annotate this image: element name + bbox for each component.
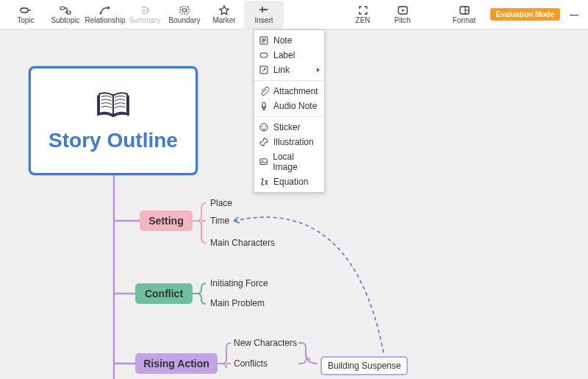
dropdown-separator bbox=[254, 116, 324, 117]
node-setting[interactable]: Setting bbox=[140, 210, 193, 231]
subnode-main-problem[interactable]: Main Problem bbox=[210, 298, 265, 308]
pitch-label: Pitch bbox=[394, 17, 410, 24]
marker-label: Marker bbox=[212, 17, 235, 24]
node-conflict[interactable]: Conflict bbox=[135, 283, 193, 304]
node-building-suspense[interactable]: Building Suspense bbox=[320, 356, 408, 375]
insert-illustration[interactable]: Illustration bbox=[254, 135, 324, 149]
insert-local-image[interactable]: Local Image bbox=[254, 149, 324, 174]
insert-link[interactable]: Link bbox=[254, 63, 324, 77]
chevron-right-icon bbox=[317, 68, 320, 72]
subnode-time[interactable]: Time bbox=[210, 216, 229, 226]
link-icon bbox=[259, 65, 269, 75]
insert-label[interactable]: Label bbox=[254, 48, 324, 63]
collapse-button[interactable]: — bbox=[566, 10, 582, 20]
relationship-label: Relationship bbox=[85, 17, 125, 24]
insert-sticker-label: Sticker bbox=[273, 122, 301, 132]
equation-icon bbox=[259, 177, 269, 187]
toolbar-group-view: ZEN Pitch bbox=[343, 1, 423, 29]
relationship-icon bbox=[99, 4, 111, 16]
svg-rect-9 bbox=[260, 53, 268, 57]
svg-rect-11 bbox=[262, 102, 265, 107]
insert-illustration-label: Illustration bbox=[273, 137, 314, 147]
insert-dropdown: Note Label Link Attachment Audio Note St… bbox=[254, 29, 325, 193]
image-icon bbox=[259, 157, 268, 167]
toolbar-group-left: Topic Subtopic Relationship Summary Boun… bbox=[6, 1, 284, 29]
node-setting-label: Setting bbox=[148, 215, 183, 227]
svg-rect-2 bbox=[67, 11, 71, 14]
format-button[interactable]: Format bbox=[445, 1, 484, 29]
book-icon bbox=[96, 90, 130, 120]
subnode-new-characters[interactable]: New Characters bbox=[234, 338, 297, 348]
evaluation-mode-badge[interactable]: Evaluation Mode bbox=[490, 8, 560, 21]
subnode-conflicts[interactable]: Conflicts bbox=[234, 358, 268, 369]
insert-attachment[interactable]: Attachment bbox=[254, 84, 324, 99]
topic-button[interactable]: Topic bbox=[6, 1, 46, 29]
summary-button[interactable]: Summary bbox=[125, 1, 165, 29]
subtopic-button[interactable]: Subtopic bbox=[46, 1, 85, 29]
svg-rect-4 bbox=[180, 7, 189, 14]
boundary-icon bbox=[179, 4, 190, 16]
zen-icon bbox=[357, 4, 369, 16]
insert-equation-label: Equation bbox=[273, 177, 308, 187]
svg-point-13 bbox=[262, 126, 262, 127]
insert-localimage-label: Local Image bbox=[273, 152, 318, 172]
insert-label: Insert bbox=[254, 17, 273, 24]
insert-link-label: Link bbox=[273, 65, 290, 75]
svg-rect-5 bbox=[182, 9, 187, 12]
relationship-button[interactable]: Relationship bbox=[85, 1, 125, 29]
label-icon bbox=[259, 50, 269, 60]
sticker-icon bbox=[259, 122, 269, 132]
summary-label: Summary bbox=[129, 17, 161, 24]
building-suspense-label: Building Suspense bbox=[328, 361, 401, 371]
insert-button[interactable]: Insert bbox=[244, 1, 284, 29]
pitch-icon bbox=[397, 4, 409, 16]
node-conflict-label: Conflict bbox=[145, 288, 183, 300]
insert-icon bbox=[258, 4, 270, 16]
svg-point-3 bbox=[100, 13, 102, 15]
insert-label-label: Label bbox=[273, 50, 295, 60]
subnode-initiating-force[interactable]: Initiating Force bbox=[210, 278, 268, 288]
marker-button[interactable]: Marker bbox=[204, 1, 244, 29]
summary-icon bbox=[139, 4, 151, 16]
root-topic[interactable]: Story Outline bbox=[29, 66, 198, 175]
node-rising-label: Rising Action bbox=[143, 358, 209, 369]
attachment-icon bbox=[259, 86, 269, 96]
svg-rect-1 bbox=[60, 7, 65, 10]
insert-note-label: Note bbox=[273, 35, 292, 46]
zen-label: ZEN bbox=[356, 17, 370, 24]
audio-icon bbox=[259, 101, 269, 111]
topic-label: Topic bbox=[17, 17, 34, 24]
zen-button[interactable]: ZEN bbox=[343, 1, 383, 29]
boundary-label: Boundary bbox=[169, 17, 201, 24]
toolbar: Topic Subtopic Relationship Summary Boun… bbox=[0, 0, 588, 29]
pitch-button[interactable]: Pitch bbox=[383, 1, 423, 29]
insert-equation[interactable]: Equation bbox=[254, 174, 324, 189]
svg-rect-0 bbox=[21, 8, 28, 13]
topic-icon bbox=[20, 4, 32, 16]
subtopic-label: Subtopic bbox=[51, 17, 80, 24]
subnode-main-characters[interactable]: Main Characters bbox=[210, 238, 275, 248]
boundary-button[interactable]: Boundary bbox=[165, 1, 204, 29]
dropdown-separator bbox=[254, 80, 324, 81]
node-rising-action[interactable]: Rising Action bbox=[135, 353, 218, 374]
subtopic-icon bbox=[60, 4, 71, 16]
format-label: Format bbox=[453, 17, 476, 24]
subnode-place[interactable]: Place bbox=[210, 198, 232, 208]
format-icon bbox=[459, 4, 470, 16]
marker-icon bbox=[218, 4, 230, 16]
insert-note[interactable]: Note bbox=[254, 33, 324, 48]
insert-audio-note[interactable]: Audio Note bbox=[254, 99, 324, 113]
illustration-icon bbox=[259, 137, 269, 147]
insert-attachment-label: Attachment bbox=[273, 86, 318, 96]
insert-sticker[interactable]: Sticker bbox=[254, 120, 324, 135]
root-title: Story Outline bbox=[49, 129, 178, 152]
insert-audio-label: Audio Note bbox=[273, 101, 317, 111]
svg-point-14 bbox=[265, 126, 265, 127]
note-icon bbox=[259, 35, 269, 46]
